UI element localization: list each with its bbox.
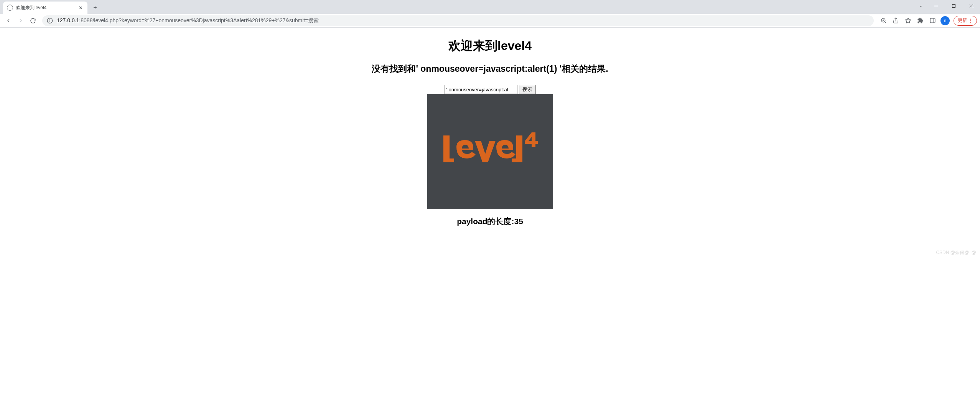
reload-button[interactable] (28, 15, 38, 26)
result-prefix: 没有找到和 (372, 64, 416, 74)
watermark: CSDN @奈何@_@ (936, 249, 976, 256)
window-close-button[interactable] (962, 0, 980, 12)
svg-marker-12 (905, 18, 911, 23)
result-message: 没有找到和' onmouseover=javascript:alert(1) '… (0, 63, 980, 75)
submit-button[interactable]: 搜索 (519, 85, 536, 94)
back-button[interactable] (3, 15, 14, 26)
new-tab-button[interactable]: + (90, 2, 100, 13)
payload-length-line: payload的长度:35 (0, 216, 980, 227)
result-payload: ' onmouseover=javascript:alert(1) ' (416, 64, 562, 74)
extensions-icon[interactable] (914, 15, 926, 26)
profile-avatar[interactable]: n (940, 16, 950, 25)
svg-rect-16 (443, 158, 454, 162)
url-path: :8088/level4.php?keyword=%27+onmouseover… (79, 17, 319, 23)
minimize-button[interactable] (927, 0, 945, 12)
toolbar: 127.0.0.1:8088/level4.php?keyword=%27+on… (0, 14, 980, 28)
url-text: 127.0.0.1:8088/level4.php?keyword=%27+on… (57, 17, 869, 24)
payload-label: payload的长度: (457, 217, 514, 226)
url-host: 127.0.0.1 (57, 17, 79, 23)
menu-dots-icon: ⋮ (968, 18, 973, 23)
close-icon[interactable]: ✕ (77, 5, 84, 11)
update-label: 更新 (958, 17, 967, 24)
page-title: 欢迎来到level4 (0, 38, 980, 54)
svg-point-6 (50, 19, 50, 20)
svg-rect-18 (512, 158, 522, 162)
result-suffix: 相关的结果. (562, 64, 608, 74)
svg-rect-13 (930, 18, 935, 23)
share-icon[interactable] (890, 15, 901, 26)
bookmark-star-icon[interactable] (902, 15, 914, 26)
toolbar-right: n 更新 ⋮ (878, 15, 977, 26)
update-button[interactable]: 更新 ⋮ (954, 16, 977, 26)
level4-logo (440, 129, 540, 175)
zoom-icon[interactable] (878, 15, 889, 26)
tab-strip: 欢迎来到level4 ✕ + (0, 0, 100, 14)
svg-rect-17 (516, 135, 522, 162)
search-form: 搜索 (0, 85, 980, 94)
globe-icon (7, 5, 13, 11)
svg-rect-1 (952, 4, 955, 7)
side-panel-icon[interactable] (927, 15, 938, 26)
tab-active[interactable]: 欢迎来到level4 ✕ (3, 2, 87, 14)
level-image (427, 94, 553, 209)
keyword-input[interactable] (445, 85, 517, 94)
site-info-icon (47, 18, 53, 24)
svg-rect-15 (443, 135, 450, 162)
page-content: 欢迎来到level4 没有找到和' onmouseover=javascript… (0, 28, 980, 257)
titlebar: 欢迎来到level4 ✕ + ⌄ (0, 0, 980, 14)
tab-title: 欢迎来到level4 (16, 5, 74, 11)
svg-line-8 (884, 22, 886, 23)
address-bar[interactable]: 127.0.0.1:8088/level4.php?keyword=%27+on… (42, 15, 874, 26)
window-controls (927, 0, 980, 12)
forward-button[interactable] (15, 15, 26, 26)
chevron-down-icon[interactable]: ⌄ (919, 3, 922, 8)
maximize-button[interactable] (945, 0, 962, 12)
payload-length-value: 35 (514, 217, 523, 226)
